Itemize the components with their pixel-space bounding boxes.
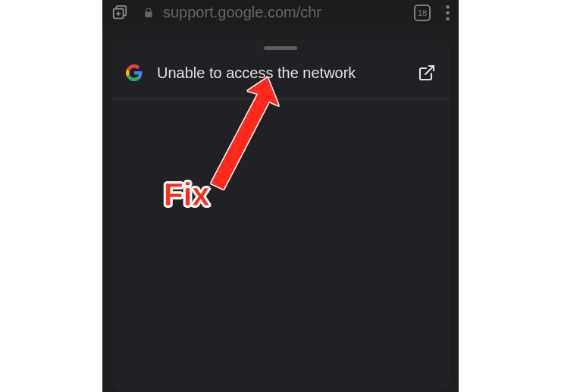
browser-toolbar: support.google.com/chr 18 bbox=[102, 0, 459, 25]
browser-window: support.google.com/chr 18 bbox=[102, 0, 459, 392]
content-area: Unable to access the network bbox=[102, 25, 459, 392]
error-panel: Unable to access the network bbox=[111, 39, 450, 392]
svg-point-3 bbox=[446, 5, 449, 8]
svg-point-4 bbox=[446, 11, 449, 14]
svg-line-6 bbox=[425, 66, 434, 74]
menu-icon[interactable] bbox=[446, 5, 450, 20]
new-tab-icon[interactable] bbox=[111, 5, 128, 21]
lock-icon bbox=[143, 8, 154, 18]
svg-point-5 bbox=[446, 17, 449, 20]
open-external-icon[interactable] bbox=[418, 64, 436, 82]
google-logo-icon bbox=[125, 64, 143, 82]
error-message-text: Unable to access the network bbox=[157, 64, 404, 82]
tabs-count-button[interactable]: 18 bbox=[414, 5, 431, 21]
address-bar-url[interactable]: support.google.com/chr bbox=[163, 4, 405, 21]
panel-header: Unable to access the network bbox=[111, 50, 450, 99]
